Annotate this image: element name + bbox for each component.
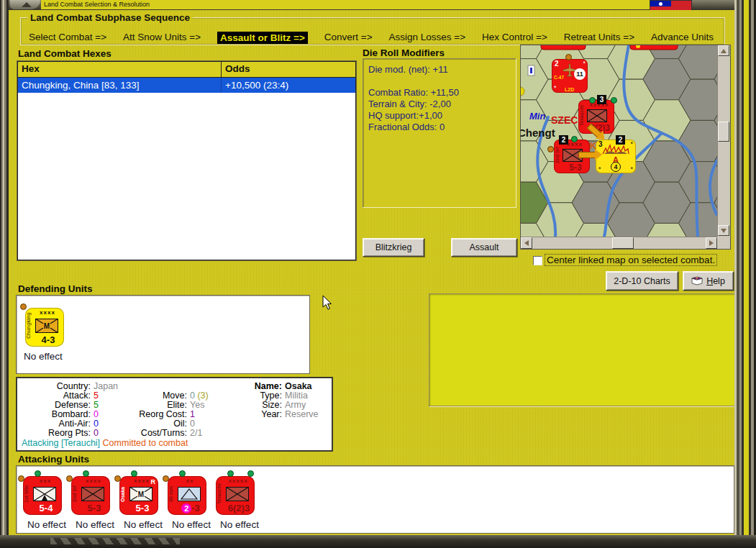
year-value: Reserve [285, 410, 319, 419]
triangle-icon [22, 2, 32, 7]
map-partial-counter [541, 45, 586, 50]
unit-name: 2nd Inf [72, 479, 77, 509]
step-convert[interactable]: Convert => [324, 32, 373, 44]
defending-unit-counter[interactable]: xxxx Chungking M 4-3 [25, 308, 64, 347]
scroll-up-button[interactable] [718, 45, 729, 56]
scroll-right-button[interactable] [706, 237, 717, 249]
defending-unit[interactable]: xxxx Chungking M 4-3 No effect [25, 308, 73, 347]
window-frame-right [734, 0, 756, 548]
hexes-table: Hex Odds Chungking, China [83, 133] +10,… [17, 61, 356, 260]
unit-size: xxxxx [224, 478, 252, 484]
orange-marker-dot [565, 54, 572, 60]
step-att-snow-units[interactable]: Att Snow Units => [123, 32, 201, 44]
unit-name: Chungking [26, 311, 31, 341]
center-map-checkbox[interactable] [533, 256, 542, 265]
stack-count-badge: 2 [616, 135, 625, 145]
frame-decoration [50, 538, 180, 544]
marker-star: * [630, 140, 633, 147]
scrollbar-corner [717, 237, 730, 249]
mod-terrain: Terrain & City: -2,00 [368, 99, 516, 110]
map-marker-bar [530, 68, 532, 73]
mod-fractional: Fractional Odds: 0 [368, 122, 516, 133]
orange-marker-dot [163, 475, 169, 482]
modifiers-panel: Die mod. (net): +11 Combat Ratio: +11,50… [363, 58, 516, 208]
step-retreat-units[interactable]: Retreat Units => [564, 32, 634, 44]
unit-name: Terauchi [217, 479, 222, 509]
center-map-checkbox-label[interactable]: Center linked map on selected combat. [545, 254, 717, 266]
arrow-up-icon [721, 49, 727, 53]
horizontal-scroll-thumb[interactable] [612, 237, 634, 249]
inf-strength: 5-3 [561, 163, 590, 173]
hq-name: Terauchi [579, 103, 584, 128]
orange-marker-dot [20, 303, 27, 310]
attacking-unit[interactable]: xxx 1st Mtn 5-4 No effect [23, 476, 70, 515]
map-city-label: Chengt [521, 127, 555, 139]
help-button[interactable]: ? Help [683, 271, 734, 291]
table-row[interactable]: Chungking, China [83, 133] +10,500 (23:4… [18, 78, 355, 93]
window-menu-button[interactable] [10, 0, 40, 9]
green-marker-dot [131, 470, 137, 477]
scroll-left-button[interactable] [521, 237, 532, 249]
green-marker-dot [35, 470, 41, 477]
attacking-unit-counter[interactable]: xx 40 mm 2-3 [168, 476, 206, 515]
orange-marker-dot [547, 146, 554, 152]
attacking-unit[interactable]: xxxx R Osaka M 5-3 No effect [119, 476, 167, 515]
reorg-pts-value: 0 [94, 429, 99, 438]
marker-star: * [598, 165, 601, 173]
air-star: * [554, 84, 557, 91]
map-river-label: Min [529, 111, 545, 122]
step-assign-losses[interactable]: Assign Losses => [388, 32, 465, 44]
stack-count-badge: 2 [559, 135, 568, 145]
attacking-status: Attacking [Terauchi] [22, 438, 100, 448]
subphase-steps: Select Combat => Att Snow Units => Assau… [29, 32, 714, 44]
air-range: 2 [555, 60, 559, 68]
attacking-unit[interactable]: xxxxx Terauchi 6(2)3 No effect [216, 476, 263, 515]
unit-strength: 6(2)3 [223, 503, 255, 513]
hexes-col-odds[interactable]: Odds [222, 62, 355, 77]
unit-strength: 5-3 [78, 503, 110, 513]
attacking-unit-counter[interactable]: xxxx 2nd Inf 5-3 [71, 476, 110, 515]
air-count-circle: 11 [574, 68, 586, 80]
mod-net: Die mod. (net): +11 [368, 64, 516, 76]
svg-text:?: ? [696, 277, 698, 280]
attacking-unit-counter[interactable]: xxxx R Osaka M 5-3 [119, 476, 158, 515]
modifiers-title: Die Roll Modifiers [363, 47, 445, 58]
move-value: 0 [190, 391, 195, 401]
unit-strength: 5-3 [127, 503, 158, 513]
assault-button[interactable]: Assault [451, 238, 517, 257]
step-advance-units[interactable]: Advance Units [651, 32, 714, 44]
air-model: C-47 [554, 75, 564, 80]
green-marker-dot [83, 470, 89, 477]
vertical-scroll-thumb[interactable] [718, 122, 729, 142]
green-marker-dot [179, 470, 186, 477]
unit-status: No effect [211, 519, 268, 530]
attacking-unit[interactable]: xx 40 mm 2-3 No effect [168, 476, 215, 515]
map-vertical-scrollbar[interactable] [717, 45, 729, 237]
charts-button[interactable]: 2-D-10 Charts [606, 271, 678, 291]
militia-symbol: M [35, 319, 58, 333]
linked-map[interactable]: Chengt Min SZEC CHUNGKING 2 * [520, 45, 731, 250]
step-select-combat[interactable]: Select Combat => [29, 32, 106, 44]
green-marker-dot [611, 97, 617, 104]
scroll-down-button[interactable] [718, 225, 729, 236]
mod-gap [368, 76, 516, 87]
map-air-unit-counter[interactable]: 2 * C-47 11 * L2D [552, 59, 588, 93]
step-assault-or-blitz[interactable]: Assault or Blitz => [217, 32, 308, 44]
blitzkrieg-button[interactable]: Blitzkrieg [363, 238, 424, 257]
flag-sun [659, 2, 662, 6]
infantry-symbol [81, 487, 104, 501]
window-frame-bottom [0, 535, 756, 548]
window-frame-left [0, 0, 9, 548]
attacking-unit-counter[interactable]: xxx 1st Mtn 5-4 [23, 476, 62, 515]
unit-size: xxx [32, 478, 59, 484]
attacking-unit-counter[interactable]: xxxxx Terauchi 6(2)3 [216, 476, 255, 515]
attacking-unit[interactable]: xxxx 2nd Inf 5-3 No effect [71, 476, 119, 515]
unit-size: xx [176, 478, 204, 484]
stack-count-badge: 3 [597, 95, 606, 104]
unit-name: 1st Mtn [24, 479, 29, 509]
mountain-infantry-symbol [33, 487, 56, 501]
map-viewport[interactable]: Chengt Min SZEC CHUNGKING 2 * [521, 45, 717, 237]
map-horizontal-scrollbar[interactable] [521, 237, 717, 249]
hexes-col-hex[interactable]: Hex [18, 62, 222, 77]
step-hex-control[interactable]: Hex Control => [482, 32, 547, 44]
